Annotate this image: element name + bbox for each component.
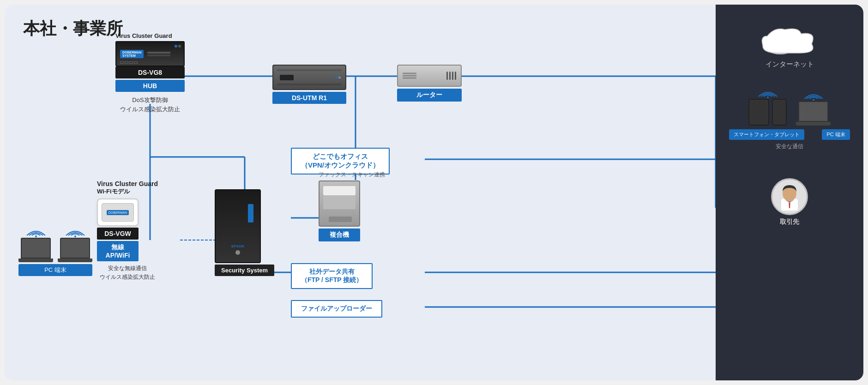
file-share-text: 社外データ共有 （FTP / SFTP 接続） (301, 268, 362, 284)
internet-area: インターネット (716, 5, 863, 380)
smartphone-label: スマートフォン・タブレット (729, 129, 804, 140)
person-svg (776, 180, 803, 213)
vcg-top-label: Virus Cluster Guard (115, 32, 185, 39)
laptop-icon-left-1 (21, 238, 51, 259)
vpn-text: どこでもオフィス （VPN/オウンクラウド） (301, 152, 380, 170)
cloud-container (757, 18, 822, 57)
dos-label: DoS攻撃防御 ウイルス感染拡大防止 (115, 96, 185, 114)
security-system-label: Security System (215, 265, 274, 276)
wireless-ap-label: 無線 AP/WiFi (97, 241, 139, 261)
hub-label: HUB (115, 80, 185, 92)
vcg-wifi-area: Virus Cluster Guard Wi-Fiモデル DOBERMAN DS… (97, 180, 158, 282)
tablet-icon (748, 99, 769, 126)
laptop-base-left-1 (18, 259, 53, 262)
file-share-box: 社外データ共有 （FTP / SFTP 接続） (291, 263, 373, 289)
copier-label: 複合機 (319, 229, 360, 241)
svg-point-32 (74, 235, 76, 237)
antenna-2 (449, 72, 451, 80)
wifi-arc-icon-1 (756, 87, 779, 99)
utm-device-img (272, 65, 346, 90)
svg-point-31 (35, 235, 37, 237)
wireless-desc: 安全な無線通信 ウイルス感染拡大防止 (97, 264, 158, 282)
vcg-wifi-subtitle: Wi-Fiモデル (97, 187, 158, 196)
mobile-devices-group: スマートフォン・タブレット PC 端末 安全な通信 (716, 87, 863, 150)
laptop-base-left-2 (58, 259, 92, 262)
internet-label: インターネット (766, 60, 814, 69)
utm-area: DS-UTM R1 (272, 65, 346, 104)
antenna-1 (446, 72, 448, 80)
svg-point-25 (767, 96, 769, 98)
cloud-icon (757, 18, 822, 55)
file-upload-text: ファイルアップローダー (301, 305, 372, 313)
ds-vgw-label: DS-VGW (97, 228, 139, 240)
wifi-arc-pc-left-1 (24, 226, 48, 238)
copier-area: ファックス・スキャン連携 複合機 (319, 171, 385, 241)
router-area: ルーター (397, 65, 462, 102)
pc-bottom-label: PC 端末 (18, 264, 92, 276)
phone-icon (772, 99, 787, 126)
router-label: ルーター (397, 89, 462, 102)
client-label: 取引先 (780, 218, 799, 226)
wifi-arc-icon-2 (802, 90, 825, 101)
vcg-wifi-title: Virus Cluster Guard (97, 180, 158, 187)
main-container: 本社・事業所 インターネット (5, 5, 863, 380)
fax-label: ファックス・スキャン連携 (319, 171, 385, 179)
wifi-device-img: DOBERMAN (97, 199, 139, 226)
pc-right-label: PC 端末 (822, 129, 850, 140)
security-system-area: EPSON Security System (215, 189, 274, 276)
copier-img (319, 180, 360, 227)
wifi-arc-pc-left-2 (64, 226, 87, 238)
safe-comm-label: 安全な通信 (720, 143, 859, 150)
tower-pc-img: EPSON (215, 189, 261, 263)
utm-label: DS-UTM R1 (272, 92, 346, 104)
file-upload-box: ファイルアップローダー (291, 300, 382, 318)
antenna-4 (455, 72, 456, 80)
laptop-icon-left-2 (60, 238, 90, 259)
client-avatar (771, 178, 808, 215)
pc-bottom-left: PC 端末 (18, 226, 92, 276)
pc-power-button (235, 250, 240, 255)
svg-point-26 (813, 99, 814, 101)
ds-vg8-label: DS-VG8 (115, 66, 185, 78)
laptop-base-1 (796, 122, 831, 126)
router-device-img (397, 65, 462, 87)
laptop-icon-right-1 (798, 101, 828, 122)
client-container: 取引先 (771, 178, 808, 226)
antenna-3 (452, 72, 453, 80)
pc-stripe (248, 204, 253, 223)
ds-vg8-device-img: DOBERMANSYSTEM (115, 41, 185, 66)
vcg-top-area: Virus Cluster Guard DOBERMANSYSTEM (115, 32, 185, 114)
page-title: 本社・事業所 (23, 18, 123, 40)
